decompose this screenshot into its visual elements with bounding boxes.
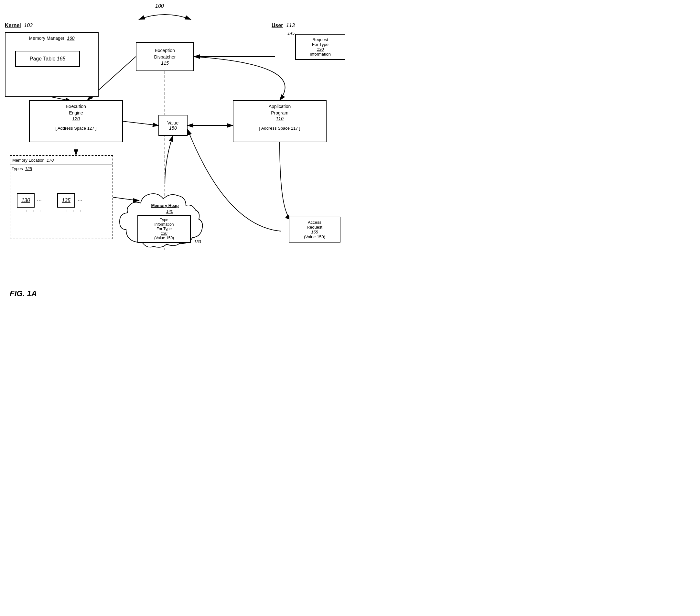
type-135-label: 135 (62, 198, 71, 203)
request-suffix: Information (298, 52, 342, 56)
diagram-container: 100 Kernel 103 User 113 Memory Manager 1… (0, 0, 350, 308)
memory-manager-outer-box: Memory Manager 160 Page Table 165 (5, 32, 99, 97)
access-req-value: (Value 150) (292, 235, 337, 239)
value-box: Value 150 (159, 115, 188, 136)
application-program-box: ApplicationProgram 110 [ Address Space 1… (233, 100, 327, 142)
page-table-box: Page Table 165 (15, 51, 80, 67)
type-135-box: 135 (57, 193, 75, 208)
value-ref: 150 (169, 125, 176, 131)
execution-engine-box: ExecutionEngine 120 [ Address Space 127 … (29, 100, 123, 142)
dots-2: ··· (78, 197, 83, 204)
request-note: RequestFor Type 130 Information (295, 34, 345, 60)
memory-location-label: Memory Location (12, 158, 45, 163)
user-section-label: User 113 (272, 23, 295, 28)
execution-engine-ref: 120 (31, 116, 121, 121)
request-note-ref: 145 (287, 31, 295, 36)
type-130-label: 130 (21, 198, 30, 203)
type-info-label: TypeInformationFor Type (140, 218, 188, 231)
type-info-value: (Value 150) (140, 236, 188, 240)
request-label: RequestFor Type (298, 37, 342, 47)
execution-engine-label: ExecutionEngine (31, 103, 121, 116)
memory-heap-cloud: Memory Heap 140 TypeInformationFor Type … (116, 184, 213, 259)
dots-v-2: ··· (64, 210, 84, 212)
exception-dispatcher-label: ExceptionDispatcher (154, 48, 176, 60)
type-info-ref2: 133 (194, 239, 201, 244)
execution-engine-footer: [ Address Space 127 ] (30, 124, 122, 132)
page-table-label: Page Table (30, 56, 55, 62)
dots-v-1: ··· (23, 210, 43, 212)
fig-label: FIG. 1A (10, 289, 37, 298)
type-130-box: 130 (17, 193, 35, 208)
value-label: Value (167, 120, 179, 125)
type-info-box: TypeInformationFor Type 130 (Value 150) (137, 215, 191, 243)
application-program-footer: [ Address Space 117 ] (234, 124, 326, 132)
exception-dispatcher-ref: 115 (161, 61, 168, 66)
memory-location-ref: 170 (47, 158, 54, 163)
types-label: Types (12, 166, 23, 171)
svg-line-5 (123, 121, 159, 125)
dots-1: ··· (37, 197, 42, 204)
memory-manager-ref: 160 (67, 36, 74, 41)
memory-manager-label: Memory Manager (29, 36, 65, 41)
page-table-ref: 165 (57, 56, 66, 62)
access-request-note: AccessRequest 155 (Value 150) (289, 217, 340, 242)
exception-dispatcher-box: ExceptionDispatcher 115 (136, 42, 194, 71)
application-program-ref: 110 (235, 116, 325, 121)
svg-text:Memory Heap: Memory Heap (151, 203, 178, 208)
application-program-label: ApplicationProgram (235, 103, 325, 116)
access-req-label: AccessRequest (292, 220, 337, 229)
kernel-section-label: Kernel 103 (5, 23, 33, 28)
types-ref: 125 (25, 166, 32, 171)
memory-location-box: Memory Location 170 Types 125 130 ··· 13… (10, 155, 113, 239)
access-req-ref: 155 (292, 229, 337, 235)
svg-text:140: 140 (166, 209, 173, 214)
request-ref: 130 (298, 47, 342, 52)
ref-100-label: 100 (155, 3, 164, 9)
type-info-ref: 130 (140, 231, 188, 236)
